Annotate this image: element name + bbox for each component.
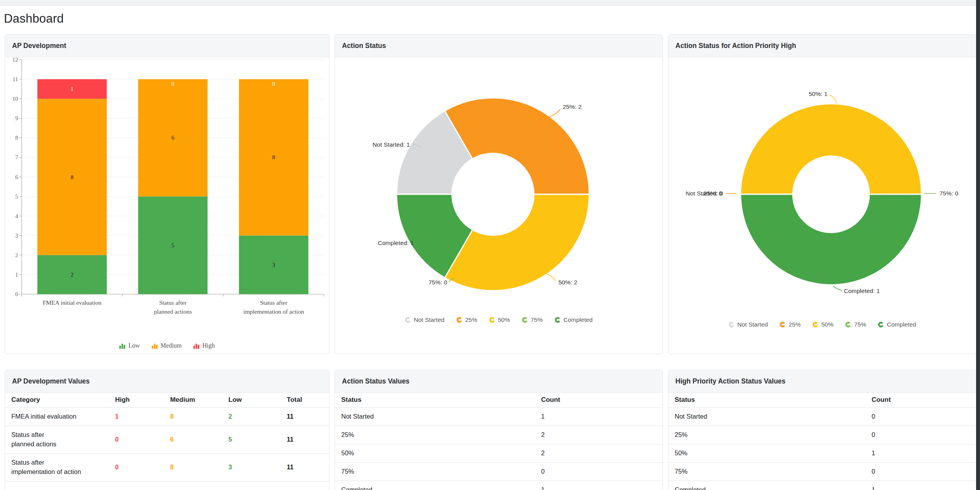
legend-item-25pct[interactable]: 25% (456, 316, 477, 323)
table-row: 50%1 (668, 444, 976, 462)
svg-text:Status after: Status after (260, 299, 288, 306)
donut-slice-50pct[interactable] (445, 194, 590, 291)
top-bar (0, 0, 980, 6)
legend-item-50pct[interactable]: 50% (489, 316, 510, 323)
action-status-donut-chart[interactable]: Not Started: 125%: 250%: 275%: 0Complete… (335, 57, 663, 315)
donut-series-icon (522, 317, 528, 323)
data-table: StatusCountNot Started025%050%175%0Compl… (668, 393, 976, 490)
legend-label: Low (128, 342, 140, 349)
table-cell: 2 (535, 444, 663, 462)
table-cell: 2 (535, 426, 663, 444)
column-header: Count (865, 393, 976, 408)
svg-text:0: 0 (272, 81, 275, 87)
action-status-high-legend: Not Started25%50%75%Completed (668, 321, 976, 328)
high-priority-action-status-values-table: StatusCountNot Started025%050%175%0Compl… (668, 393, 976, 490)
table-cell: 0 (865, 426, 976, 444)
donut-series-icon (878, 321, 884, 328)
svg-text:9: 9 (15, 115, 18, 121)
donut-slice-25pct[interactable] (445, 98, 590, 194)
donut-point-label: 75%: 0 (429, 279, 448, 286)
legend-item-medium[interactable]: Medium (152, 342, 182, 349)
action-status-values-table: StatusCountNot Started125%250%275%0Compl… (335, 393, 663, 490)
svg-text:1: 1 (15, 272, 18, 278)
svg-text:8: 8 (15, 135, 18, 141)
table-row: Status after planned actions06511 (5, 426, 329, 453)
donut-slice-50pct[interactable] (741, 104, 922, 194)
table-cell: Completed (335, 481, 535, 490)
legend-item-high[interactable]: High (193, 342, 215, 349)
table-cell: 25% (335, 426, 535, 444)
donut-slice-completed[interactable] (741, 194, 922, 285)
legend-item-not-started[interactable]: Not Started (728, 321, 768, 328)
legend-item-completed[interactable]: Completed (878, 321, 916, 328)
panel-ap-development-values: AP Development Values CategoryHighMedium… (5, 370, 330, 490)
donut-series-icon (812, 321, 819, 328)
svg-text:3: 3 (272, 262, 275, 268)
panel-action-status-values: Action Status Values StatusCountNot Star… (335, 370, 663, 490)
table-cell: Status after planned actions (5, 426, 109, 453)
legend-label: 75% (531, 316, 543, 323)
svg-text:2: 2 (71, 272, 74, 278)
legend-item-50pct[interactable]: 50% (812, 321, 833, 328)
column-header: Medium (164, 393, 222, 408)
legend-item-25pct[interactable]: 25% (780, 321, 801, 328)
ap-development-stacked-bar-chart[interactable]: 0123456789101112281FMEA initial evaluati… (5, 57, 330, 330)
action-status-high-donut-chart[interactable]: Not Started: 025%: 050%: 175%: 0Complete… (668, 57, 976, 319)
table-cell: 11 (280, 426, 329, 453)
donut-point-label: 50%: 1 (809, 91, 828, 97)
table-row: 75%0 (668, 462, 976, 481)
table-cell: 75% (668, 462, 865, 481)
table-cell: 0 (865, 408, 976, 426)
column-header: Low (222, 393, 281, 408)
donut-point-label: 75%: 0 (939, 190, 959, 197)
svg-text:5: 5 (172, 242, 175, 249)
svg-text:7: 7 (15, 154, 18, 160)
bar-chart-legend: LowMediumHigh (5, 342, 329, 349)
bar-series-icon (119, 343, 126, 349)
svg-text:4: 4 (15, 213, 18, 219)
table-cell: 25% (668, 426, 865, 444)
panel-title-high-values: High Priority Action Status Values (668, 370, 976, 393)
donut-series-icon (780, 321, 786, 328)
table-cell: Not Started (668, 408, 865, 426)
legend-item-low[interactable]: Low (119, 342, 140, 349)
table-cell: 11 (280, 453, 329, 481)
table-row: FMEA initial evaluation18211 (5, 408, 329, 426)
legend-label: 50% (821, 321, 833, 328)
donut-series-icon (728, 321, 735, 328)
table-cell: Status after implementation of action (5, 453, 109, 481)
legend-label: 50% (498, 316, 510, 323)
legend-item-75pct[interactable]: 75% (845, 321, 866, 328)
bar-series-icon (152, 343, 158, 349)
right-edge-strip[interactable] (976, 0, 980, 490)
column-header: Count (535, 393, 663, 408)
legend-item-not-started[interactable]: Not Started (405, 316, 444, 323)
table-cell: Not Started (335, 408, 535, 426)
table-row: 25%2 (335, 426, 663, 444)
column-header: Status (668, 393, 865, 408)
table-cell: Completed (668, 481, 865, 490)
table-cell: 1 (865, 444, 976, 462)
legend-label: 25% (465, 316, 477, 323)
table-header-row: CategoryHighMediumLowTotal (5, 393, 329, 408)
donut-point-label: Completed: 1 (844, 288, 880, 294)
table-cell: 1 (865, 481, 976, 490)
svg-text:FMEA initial evaluation: FMEA initial evaluation (43, 299, 101, 306)
legend-label: Not Started (737, 321, 768, 328)
svg-text:2: 2 (15, 252, 18, 258)
table-cell: 50% (335, 444, 535, 462)
table-header-row: StatusCount (335, 393, 663, 408)
legend-item-75pct[interactable]: 75% (522, 316, 543, 323)
svg-text:11: 11 (12, 76, 18, 82)
legend-item-completed[interactable]: Completed (555, 316, 593, 323)
svg-text:planned actions: planned actions (154, 308, 192, 315)
donut-point-label: 25%: 2 (563, 103, 581, 110)
table-row: 25%0 (668, 426, 976, 444)
donut-series-icon (845, 321, 851, 328)
table-row: Completed1 (668, 481, 976, 490)
table-cell: 5 (222, 426, 281, 453)
svg-text:8: 8 (71, 174, 74, 180)
legend-label: Completed (564, 316, 593, 323)
table-cell: 0 (109, 426, 164, 453)
ap-development-values-table: CategoryHighMediumLowTotalFMEA initial e… (5, 393, 329, 481)
